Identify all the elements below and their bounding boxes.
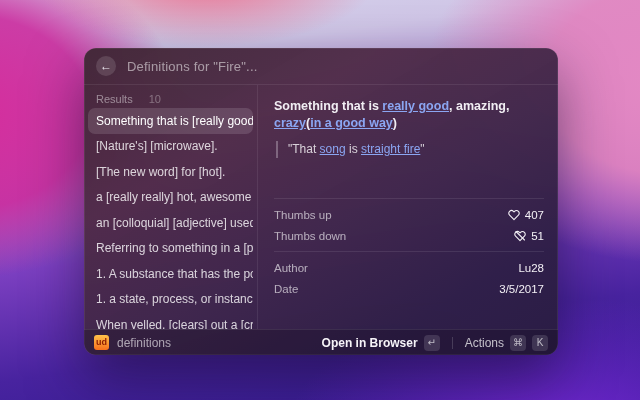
thumbs-up-value: 407 xyxy=(525,209,544,221)
launcher-window: ← Definitions for "Fire"... Results10 So… xyxy=(84,48,558,355)
extension-name: definitions xyxy=(117,336,171,350)
heart-off-icon xyxy=(514,230,526,242)
list-item[interactable]: Referring to something in a [positive... xyxy=(88,236,253,262)
actions-label: Actions xyxy=(465,336,504,350)
date-label: Date xyxy=(274,283,298,295)
author-label: Author xyxy=(274,262,308,274)
actions-button[interactable]: Actions ⌘ K xyxy=(465,335,548,351)
inline-link[interactable]: in a good way xyxy=(310,116,393,130)
back-button[interactable]: ← xyxy=(96,56,116,76)
list-item[interactable]: [The new word] for [hot]. xyxy=(88,159,253,185)
inline-link[interactable]: really good xyxy=(382,99,449,113)
list-item[interactable]: [Nature's] [microwave]. xyxy=(88,134,253,160)
inline-link[interactable]: crazy xyxy=(274,116,306,130)
metadata-section: Thumbs up 407 Thumbs down xyxy=(274,193,544,329)
list-item[interactable]: a [really really] hot, awesome or ama... xyxy=(88,185,253,211)
inline-link[interactable]: song xyxy=(320,142,346,156)
inline-link[interactable]: straight fire xyxy=(361,142,420,156)
window-header: ← Definitions for "Fire"... xyxy=(84,48,558,85)
list-item[interactable]: Something that is [really good], ama... xyxy=(88,108,253,134)
results-label: Results xyxy=(96,93,133,105)
metadata-row-thumbs-up: Thumbs up 407 xyxy=(274,204,544,225)
list-item[interactable]: an [colloquial] [adjective] used to de..… xyxy=(88,210,253,236)
open-in-browser-button[interactable]: Open in Browser ↵ xyxy=(322,335,440,351)
window-body: Results10 Something that is [really good… xyxy=(84,85,558,329)
results-section-header: Results10 xyxy=(96,93,253,105)
metadata-row-author: Author Lu28 xyxy=(274,257,544,278)
thumbs-down-value: 51 xyxy=(531,230,544,242)
divider xyxy=(274,198,544,199)
example-quote: "That song is straight fire" xyxy=(276,141,544,158)
enter-keycap: ↵ xyxy=(424,335,440,351)
results-list: Results10 Something that is [really good… xyxy=(84,85,258,329)
action-bar: ud definitions Open in Browser ↵ Actions… xyxy=(84,329,558,355)
metadata-row-date: Date 3/5/2017 xyxy=(274,278,544,299)
urban-dictionary-icon: ud xyxy=(94,335,109,350)
k-keycap: K xyxy=(532,335,548,351)
command-keycap: ⌘ xyxy=(510,335,526,351)
detail-pane: Something that is really good, amazing, … xyxy=(258,85,558,329)
list-item[interactable]: 1. a state, process, or instance of [co.… xyxy=(88,287,253,313)
divider xyxy=(274,251,544,252)
author-value: Lu28 xyxy=(518,262,544,274)
list-item[interactable]: 1. A substance that has the power t... xyxy=(88,261,253,287)
open-in-browser-label: Open in Browser xyxy=(322,336,418,350)
window-title: Definitions for "Fire"... xyxy=(127,59,258,74)
thumbs-up-label: Thumbs up xyxy=(274,209,332,221)
metadata-row-thumbs-down: Thumbs down 51 xyxy=(274,225,544,246)
divider xyxy=(452,337,453,349)
results-count: 10 xyxy=(149,93,161,105)
thumbs-down-label: Thumbs down xyxy=(274,230,346,242)
list-item[interactable]: When yelled, [clears] out a [crowded... xyxy=(88,312,253,329)
heart-icon xyxy=(508,209,520,221)
date-value: 3/5/2017 xyxy=(499,283,544,295)
definition-text: Something that is really good, amazing, … xyxy=(274,98,544,132)
